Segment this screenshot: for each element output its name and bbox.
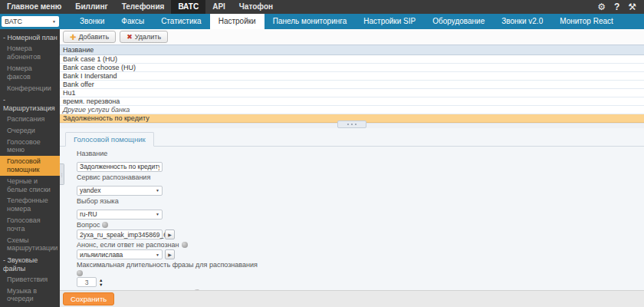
play-announce-button[interactable]: ▶ [165,249,175,259]
announce-field-label: Анонс, если ответ не распознан [77,241,307,249]
recognition-service-select[interactable]: yandex ▼ [77,186,163,196]
voice-assistant-form: Голосовой помощник Название Сервис распо… [60,128,644,290]
info-icon[interactable] [182,242,188,248]
table-row[interactable]: Bank I Inderstand [60,72,644,81]
add-button[interactable]: ✚ Добавить [63,31,116,43]
spinner-down-icon[interactable]: ▼ [99,282,103,287]
table-row[interactable]: Bank case 1 (HU) [60,55,644,64]
topbar-spacer [280,0,597,14]
nav-bar: ВАТС ▼ Звонки Факсы Статистика Настройки… [0,14,644,29]
max-duration-row: ▲ ▼ [77,277,644,287]
tools-icon[interactable]: ⚒ [628,0,636,14]
sidebar-item-schedules[interactable]: Расписания [0,114,60,125]
question-row: 2yxa_ru_speak_imp345869_6 ▼ ▶ [77,229,644,239]
chevron-down-icon: ▼ [156,188,159,193]
sidebar-item-voice-assistant[interactable]: Голосовой помощник [0,156,60,176]
sidebar-item-greetings[interactable]: Приветствия [0,274,60,286]
language-select[interactable]: ru-RU ▼ [77,210,163,220]
max-duration-stepper[interactable] [77,277,97,287]
tab-calls-v2[interactable]: Звонки v2.0 [493,14,551,29]
chevron-down-icon: ▼ [156,212,159,216]
play-question-button[interactable]: ▶ [165,229,175,239]
table-row[interactable]: Bank case choose (HU) [60,64,644,72]
table-row[interactable]: время. перезвона [60,97,644,106]
help-icon[interactable]: ? [614,0,619,14]
delete-button-label: Удалить [135,33,161,41]
form-footer: Сохранить [60,290,644,307]
max-duration-field-label: Максимальная длительность фразы для расп… [77,261,307,269]
language-value: ru-RU [80,210,97,218]
sidebar-item-voicemail[interactable]: Голосовая почта [0,215,60,235]
announce-sound-select[interactable]: ильяилислава ▼ [77,249,163,259]
toolbar: ✚ Добавить ✖ Удалить [60,29,644,45]
sidebar-item-queues[interactable]: Очереди [0,125,60,137]
announce-label-text: Анонс, если ответ не распознан [77,241,179,249]
sidebar-section-number-plan[interactable]: Номерной план [0,31,60,43]
content-panel: ⋮ ✚ Добавить ✖ Удалить Название Bank cas… [60,29,644,307]
sidebar-section-routing[interactable]: Маршрутизация [0,94,60,114]
sidebar-item-queue-music[interactable]: Музыка в очереди [0,286,60,305]
question-sound-select[interactable]: 2yxa_ru_speak_imp345869_6 ▼ [77,229,163,239]
delete-button[interactable]: ✖ Удалить [120,31,168,43]
dot-icon [347,124,349,125]
info-icon[interactable] [77,270,83,276]
menu-item-api[interactable]: API [205,0,232,14]
main-layout: Номерной план Номера абонентов Номера фа… [0,29,644,307]
tab-calls[interactable]: Звонки [71,14,113,29]
sidebar-item-routing-schemes[interactable]: Схемы маршрутизации [0,235,60,255]
table-row[interactable]: Другие услуги банка [60,106,644,114]
tab-voice-assistant[interactable]: Голосовой помощник [65,132,154,147]
tab-sip-settings[interactable]: Настройки SIP [355,14,424,29]
sidebar-item-fax-numbers[interactable]: Номера факсов [0,63,60,83]
save-button[interactable]: Сохранить [63,292,114,305]
recognition-service-value: yandex [80,187,100,194]
sidebar-item-conferences[interactable]: Конференции [0,83,60,94]
topbar-icons: ⚙ ? ⚒ [597,0,644,14]
chevron-down-icon: ▼ [52,19,56,24]
announce-sound-value: ильяилислава [80,251,123,259]
announce-row: ильяилислава ▼ ▶ [77,249,644,259]
tab-settings[interactable]: Настройки [210,14,264,29]
plus-icon: ✚ [70,34,76,41]
panel-collapse-handle[interactable]: ⋮ [60,163,64,185]
menu-item-chatofon[interactable]: Чатофон [232,0,280,14]
splitter-drag-handle[interactable] [337,120,366,128]
menu-item-main[interactable]: Главное меню [0,0,68,14]
add-button-label: Добавить [78,33,109,41]
tab-equipment[interactable]: Оборудование [424,14,493,29]
table-row[interactable]: Bank offer [60,81,644,89]
tab-faxes[interactable]: Факсы [113,14,153,29]
sidebar-item-black-white-lists[interactable]: Черные и белые списки [0,176,60,196]
sidebar-item-phone-numbers[interactable]: Телефонные номера [0,195,60,215]
splitter [60,123,644,128]
info-icon[interactable] [102,222,108,228]
language-field-label: Выбор языка [77,197,307,205]
top-menu-bar: Главное меню Биллинг Телефония ВАТС API … [0,0,644,14]
tab-monitor-react[interactable]: Монитор React [551,14,622,29]
sidebar-item-voice-menu[interactable]: Голосовое меню [0,137,60,157]
chevron-down-icon: ▼ [156,253,159,257]
menu-item-billing[interactable]: Биллинг [68,0,114,14]
tab-statistics[interactable]: Статистика [153,14,210,29]
max-duration-info-line [77,269,644,276]
menu-item-telephony[interactable]: Телефония [115,0,172,14]
question-field-label: Вопрос [77,221,307,229]
dot-icon [351,124,353,125]
tab-monitoring-panel[interactable]: Панель мониторинга [264,14,356,29]
sidebar: Номерной план Номера абонентов Номера фа… [0,29,60,307]
gear-icon[interactable]: ⚙ [597,0,606,14]
sidebar-section-sound-files[interactable]: Звуковые файлы [0,254,60,274]
form-fields: Название Сервис распознавания yandex ▼ В… [60,147,644,290]
app-select[interactable]: ВАТС ▼ [2,16,59,27]
app-select-value: ВАТС [5,18,22,25]
dot-icon [355,124,356,125]
max-duration-spinner: ▲ ▼ [99,278,103,287]
name-field-label: Название [77,150,307,157]
name-field[interactable] [77,162,163,172]
menu-item-vats[interactable]: ВАТС [171,0,205,14]
table-row[interactable]: Hu1 [60,89,644,97]
sidebar-item-subscriber-numbers[interactable]: Номера абонентов [0,43,60,63]
question-label-text: Вопрос [77,221,100,229]
nav-tabs: Звонки Факсы Статистика Настройки Панель… [71,14,622,29]
question-sound-value: 2yxa_ru_speak_imp345869_6 [80,231,167,239]
